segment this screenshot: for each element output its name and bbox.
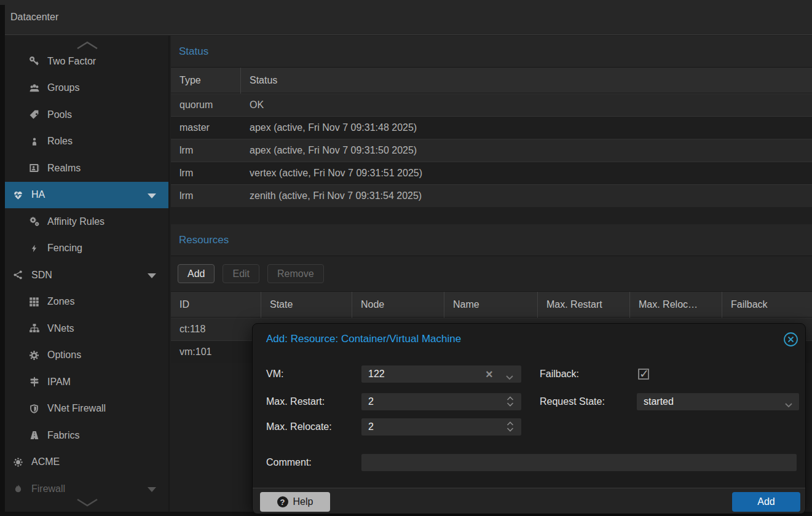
column-header-name[interactable]: Name: [444, 292, 538, 318]
ha-status-panel: Status Type Status quorum OK master apex…: [171, 36, 812, 207]
column-header-state[interactable]: State: [261, 292, 352, 318]
close-icon[interactable]: [783, 332, 798, 347]
sidebar-item-sdn[interactable]: SDN: [5, 262, 170, 289]
tag-icon: [28, 109, 40, 120]
spinner-buttons[interactable]: [507, 421, 514, 432]
column-header-status[interactable]: Status: [241, 68, 812, 93]
vm-field-row: VM:: [266, 366, 283, 383]
column-header-type[interactable]: Type: [171, 68, 241, 93]
spinner-up-icon[interactable]: [507, 396, 514, 401]
cell-status: zenith (active, Fri Nov 7 09:31:54 2025): [241, 185, 812, 207]
certificate-icon: [12, 457, 24, 467]
max-restart-field-row: Max. Restart:: [266, 393, 325, 410]
sidebar-item-pools[interactable]: Pools: [5, 101, 170, 128]
edit-button[interactable]: Edit: [223, 264, 259, 283]
table-row[interactable]: lrm vertex (active, Fri Nov 7 09:31:51 2…: [171, 162, 812, 184]
status-panel-title: Status: [179, 45, 208, 58]
shield-icon: [28, 404, 40, 414]
cell-type: lrm: [171, 162, 241, 184]
table-row[interactable]: lrm zenith (active, Fri Nov 7 09:31:54 2…: [171, 184, 812, 207]
sidebar-item-fencing[interactable]: Fencing: [5, 235, 170, 262]
remove-button[interactable]: Remove: [267, 264, 324, 283]
failback-field-row: Failback:: [540, 366, 579, 383]
max-relocate-label: Max. Relocate:: [266, 421, 332, 432]
sidebar-item-fabrics[interactable]: Fabrics: [5, 422, 170, 449]
chevron-down-icon[interactable]: [505, 372, 514, 383]
fire-icon: [12, 483, 24, 494]
spinner-down-icon[interactable]: [507, 428, 514, 432]
sidebar-item-ipam[interactable]: IPAM: [5, 369, 170, 396]
scroll-down-indicator[interactable]: [5, 496, 170, 509]
sidebar-item-acme[interactable]: ACME: [5, 449, 170, 476]
max-restart-label: Max. Restart:: [266, 396, 325, 407]
spinner-up-icon[interactable]: [507, 421, 514, 426]
table-row[interactable]: quorum OK: [171, 93, 812, 116]
proxmox-datacenter-view: Datacenter Two Factor Groups: [0, 0, 812, 516]
sidebar-item-label: VNets: [47, 323, 74, 334]
chevron-down-icon: [76, 498, 99, 507]
sidebar-item-vnet-firewall[interactable]: VNet Firewall: [5, 396, 170, 423]
user-icon: [28, 136, 40, 147]
heartbeat-icon: [12, 190, 24, 200]
column-header-max-relocate[interactable]: Max. Reloc…: [630, 292, 722, 318]
resources-toolbar: Add Edit Remove: [171, 256, 812, 292]
sidebar-item-label: IPAM: [47, 377, 71, 388]
add-button[interactable]: Add: [178, 264, 215, 283]
gear-icon: [28, 350, 40, 361]
status-panel-header: Status: [171, 36, 812, 68]
column-header-id[interactable]: ID: [171, 292, 261, 318]
comment-input[interactable]: [361, 454, 797, 471]
cell-status: apex (active, Fri Nov 7 09:31:50 2025): [241, 139, 812, 162]
sidebar-item-label: Fencing: [47, 243, 82, 254]
column-header-failback[interactable]: Failback: [722, 292, 812, 318]
clear-icon[interactable]: ×: [486, 368, 493, 380]
add-resource-dialog: Add: Resource: Container/Virtual Machine…: [252, 323, 806, 514]
request-state-label: Request State:: [540, 396, 605, 407]
failback-label: Failback:: [540, 369, 579, 380]
sidebar-item-options[interactable]: Options: [5, 342, 170, 369]
cell-type: quorum: [171, 94, 241, 116]
request-state-field-row: Request State:: [540, 393, 605, 410]
left-edge: [0, 5, 5, 512]
sidebar-item-affinity-rules[interactable]: Affinity Rules: [5, 208, 170, 235]
resources-table-header: ID State Node Name Max. Restart Max. Rel…: [171, 292, 812, 318]
table-row[interactable]: lrm apex (active, Fri Nov 7 09:31:50 202…: [171, 139, 812, 162]
sidebar-item-realms[interactable]: Realms: [5, 155, 170, 182]
spinner-buttons[interactable]: [507, 396, 514, 407]
sidebar-item-label: Firewall: [31, 483, 65, 495]
chevron-down-icon[interactable]: [784, 399, 793, 410]
dialog-add-button[interactable]: Add: [732, 492, 800, 512]
chevron-down-icon[interactable]: [148, 194, 156, 198]
dialog-footer: ? Help Add: [253, 488, 805, 514]
column-header-node[interactable]: Node: [352, 292, 444, 318]
cell-status: vertex (active, Fri Nov 7 09:31:51 2025): [241, 162, 812, 184]
sidebar-item-label: Options: [47, 350, 81, 361]
sidebar-item-label: VNet Firewall: [47, 403, 106, 414]
spinner-down-icon[interactable]: [507, 402, 514, 407]
chevron-right-icon[interactable]: [148, 487, 156, 492]
column-header-max-restart[interactable]: Max. Restart: [538, 292, 630, 318]
sidebar-item-roles[interactable]: Roles: [5, 128, 170, 155]
request-state-combobox[interactable]: [637, 393, 799, 410]
status-table-header: Type Status: [171, 68, 812, 93]
sidebar-item-zones[interactable]: Zones: [5, 289, 170, 316]
max-relocate-input[interactable]: [361, 418, 521, 436]
sidebar-item-two-factor[interactable]: Two Factor: [5, 48, 170, 75]
cell-id: ct:118: [171, 318, 261, 340]
signpost-icon: [28, 377, 40, 387]
failback-checkbox[interactable]: ✓: [638, 369, 649, 380]
sidebar-item-label: Fabrics: [47, 430, 79, 441]
max-restart-input[interactable]: [361, 393, 521, 410]
help-button[interactable]: ? Help: [260, 492, 330, 512]
sidebar-item-label: Pools: [47, 109, 72, 120]
table-row[interactable]: master apex (active, Fri Nov 7 09:31:48 …: [171, 116, 812, 139]
resource-tree-sidebar: Two Factor Groups Pools Roles: [5, 36, 170, 512]
sidebar-item-vnets[interactable]: VNets: [5, 315, 170, 342]
sidebar-item-ha[interactable]: HA: [5, 182, 170, 209]
vm-combobox[interactable]: [361, 366, 521, 383]
sidebar-item-groups[interactable]: Groups: [5, 75, 170, 102]
sidebar-item-label: Two Factor: [47, 56, 96, 67]
chevron-down-icon[interactable]: [148, 273, 156, 278]
cell-type: lrm: [171, 185, 241, 207]
key-icon: [28, 56, 40, 66]
